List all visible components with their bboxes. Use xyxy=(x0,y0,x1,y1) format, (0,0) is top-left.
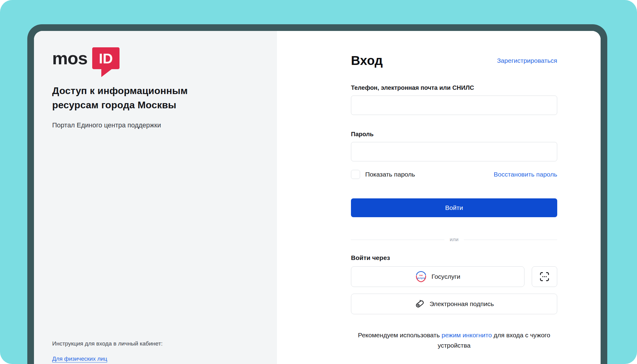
svg-text:ID: ID xyxy=(99,51,113,66)
divider-line-right xyxy=(464,240,557,240)
esign-button-label: Электронная подпись xyxy=(430,300,494,308)
info-panel: mos ID Доступ к информационным ресурсам … xyxy=(34,31,277,364)
show-password-label: Показать пароль xyxy=(365,171,415,178)
login-field-label: Телефон, электронная почта или СНИЛС xyxy=(351,84,557,91)
mos-id-logo: mos ID xyxy=(52,44,259,79)
show-password-checkbox[interactable] xyxy=(351,170,360,179)
password-options-row: Показать пароль Восстановить пароль xyxy=(351,170,557,179)
page-background: mos ID Доступ к информационным ресурсам … xyxy=(0,0,637,364)
login-form: Вход Зарегистрироваться Телефон, электро… xyxy=(351,31,557,351)
instruction-label: Инструкция для входа в личный кабинет: xyxy=(52,340,234,347)
show-password-group[interactable]: Показать пароль xyxy=(351,170,415,179)
mos-logo-text: mos xyxy=(52,44,87,73)
divider-label: или xyxy=(450,237,459,243)
app-window: mos ID Доступ к информационным ресурсам … xyxy=(27,24,607,364)
qr-code-login-button[interactable] xyxy=(532,266,557,287)
incognito-mode-link[interactable]: режим инкогнито xyxy=(442,332,492,339)
page-title: Вход xyxy=(351,53,383,68)
login-card: mos ID Доступ к информационным ресурсам … xyxy=(34,31,601,364)
register-link[interactable]: Зарегистрироваться xyxy=(497,57,557,64)
incognito-hint: Рекомендуем использовать режим инкогнито… xyxy=(357,330,551,351)
gosuslugi-button-label: Госуслуги xyxy=(431,273,460,280)
esign-token-icon xyxy=(414,298,425,309)
gosuslugi-logo-icon: гос услуги xyxy=(415,271,427,283)
qr-scan-icon xyxy=(539,271,550,282)
restore-password-link[interactable]: Восстановить пароль xyxy=(494,171,557,178)
or-divider: или xyxy=(351,237,557,243)
login-input[interactable] xyxy=(351,96,557,115)
panel-subtitle: Портал Единого центра поддержки xyxy=(52,121,259,129)
panel-title-line1: Доступ к информационным xyxy=(52,84,259,98)
divider-line-left xyxy=(351,240,444,240)
individuals-instruction-link[interactable]: Для физических лиц xyxy=(52,356,107,362)
svg-text:услуги: услуги xyxy=(417,277,425,279)
id-badge-icon: ID xyxy=(92,47,120,80)
login-panel: Вход Зарегистрироваться Телефон, электро… xyxy=(277,31,601,364)
svg-text:гос: гос xyxy=(419,274,423,277)
esign-login-button[interactable]: Электронная подпись xyxy=(351,294,557,314)
password-field-label: Пароль xyxy=(351,131,557,138)
password-input[interactable] xyxy=(351,142,557,161)
gosuslugi-login-button[interactable]: гос услуги Госуслуги xyxy=(351,266,524,287)
panel-title-line2: ресурсам города Москвы xyxy=(52,98,259,112)
hint-text-prefix: Рекомендуем использовать xyxy=(358,332,442,339)
social-login-label: Войти через xyxy=(351,254,557,261)
form-header: Вход Зарегистрироваться xyxy=(351,53,557,69)
panel-title: Доступ к информационным ресурсам города … xyxy=(52,84,259,112)
panel-footer: Инструкция для входа в личный кабинет: Д… xyxy=(52,340,234,362)
social-login-row: гос услуги Госуслуги xyxy=(351,266,557,287)
login-button[interactable]: Войти xyxy=(351,198,557,217)
